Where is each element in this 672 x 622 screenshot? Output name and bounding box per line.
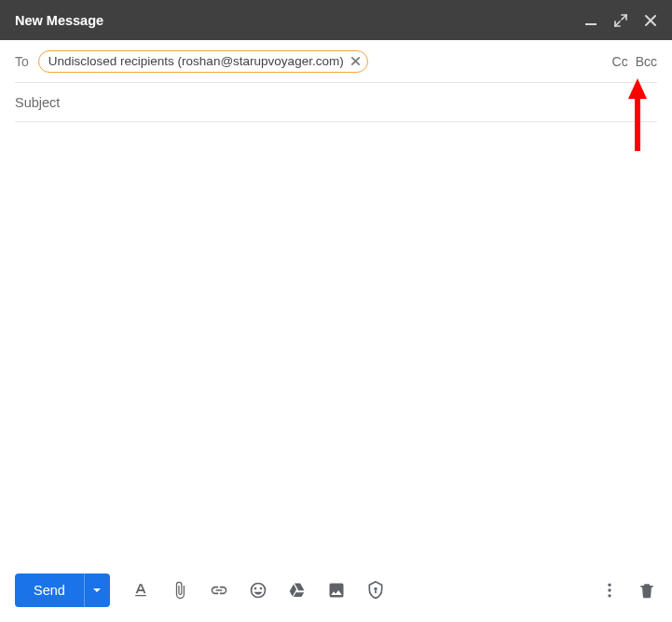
close-icon[interactable] (642, 12, 659, 29)
svg-point-8 (608, 594, 610, 597)
minimize-icon[interactable] (583, 12, 599, 29)
window-controls (583, 12, 659, 29)
more-options-icon[interactable] (599, 580, 620, 601)
svg-point-7 (608, 588, 610, 591)
insert-emoji-icon[interactable] (248, 580, 268, 601)
discard-draft-icon[interactable] (637, 580, 657, 601)
send-button[interactable]: Send (15, 574, 110, 607)
send-options-toggle[interactable] (84, 574, 110, 607)
svg-point-5 (374, 587, 377, 590)
to-label: To (15, 54, 29, 69)
title-bar: New Message (0, 0, 672, 40)
body-input[interactable] (15, 131, 657, 553)
toolbar-icons (130, 580, 386, 601)
subject-input[interactable] (15, 86, 657, 119)
insert-photo-icon[interactable] (326, 580, 347, 601)
bcc-toggle[interactable]: Bcc (636, 54, 657, 69)
header-fields: To Undisclosed recipients (roshan@starup… (0, 40, 672, 122)
remove-recipient-icon[interactable] (350, 55, 362, 67)
recipient-chip-text: Undisclosed recipients (roshan@starupvoy… (48, 54, 344, 68)
to-row[interactable]: To Undisclosed recipients (roshan@starup… (15, 40, 657, 83)
cc-bcc-toggles: Cc Bcc (612, 54, 657, 69)
attach-file-icon[interactable] (170, 580, 190, 601)
insert-drive-icon[interactable] (287, 580, 308, 601)
recipient-chip[interactable]: Undisclosed recipients (roshan@starupvoy… (38, 50, 368, 73)
body-area (0, 122, 672, 562)
toolbar-right (599, 580, 657, 601)
compose-window: New Message To Undisclosed recipients (0, 0, 672, 622)
svg-rect-0 (585, 23, 597, 25)
expand-icon[interactable] (612, 12, 629, 29)
send-button-label: Send (15, 574, 84, 607)
insert-link-icon[interactable] (209, 580, 229, 601)
confidential-mode-icon[interactable] (365, 580, 386, 601)
compose-toolbar: Send (0, 562, 672, 622)
cc-toggle[interactable]: Cc (612, 54, 628, 69)
window-title: New Message (15, 13, 583, 28)
format-text-icon[interactable] (130, 580, 151, 601)
subject-row (15, 83, 657, 122)
svg-point-6 (608, 584, 610, 587)
